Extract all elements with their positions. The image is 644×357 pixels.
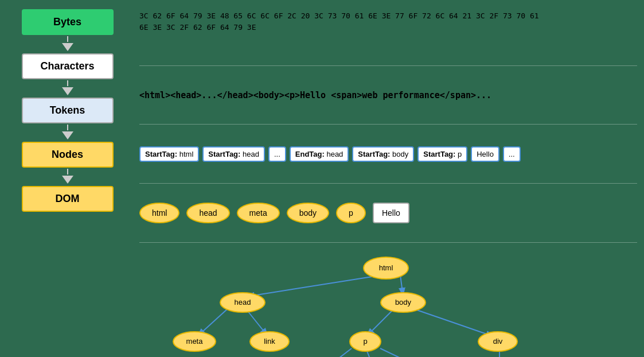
node-p: p — [336, 203, 366, 223]
dom-node-link: link — [249, 331, 290, 352]
dom-node-body: body — [380, 292, 426, 313]
token-startTag-head: StartTag: head — [202, 146, 265, 162]
token-endTag-head: EndTag: head — [290, 146, 349, 162]
node-meta: meta — [237, 203, 280, 223]
token-ellipsis-2: ... — [503, 146, 521, 162]
dom-node-div: div — [478, 331, 518, 352]
dom-tree: html head body meta link p div Hello, sp… — [139, 246, 637, 349]
token-startTag-p: StartTag: p — [417, 146, 467, 162]
dom-node-meta: meta — [173, 331, 216, 352]
characters-text: <html><head>...</head><body><p>Hello <sp… — [139, 90, 491, 100]
svg-line-1 — [245, 275, 383, 297]
dom-node-head: head — [220, 292, 266, 313]
arrow-nodes-dom — [62, 169, 73, 185]
dom-node-p: p — [349, 331, 381, 352]
tokens-list: StartTag: html StartTag: head ... EndTag… — [139, 146, 521, 162]
bytes-text: 3C 62 6F 64 79 3E 48 65 6C 6C 6F 2C 20 3… — [139, 10, 539, 33]
node-body: body — [287, 203, 329, 223]
node-html: html — [139, 203, 179, 223]
nodes-box: Nodes — [22, 142, 114, 168]
arrow-chars-tokens — [62, 80, 73, 96]
svg-line-9 — [380, 348, 440, 357]
nodes-list: html head meta body p Hello — [139, 203, 409, 223]
svg-line-7 — [314, 348, 352, 357]
tokens-row-container: StartTag: html StartTag: head ... EndTag… — [139, 125, 637, 184]
dom-box: DOM — [22, 186, 114, 212]
tokens-box: Tokens — [22, 98, 114, 123]
bytes-row: 3C 62 6F 64 79 3E 48 65 6C 6C 6F 2C 20 3… — [139, 5, 637, 66]
arrow-bytes-chars — [62, 36, 73, 52]
token-text-hello: Hello — [471, 146, 499, 162]
dom-node-html: html — [363, 257, 409, 280]
bytes-box: Bytes — [22, 9, 114, 35]
token-startTag-body: StartTag: body — [352, 146, 414, 162]
nodes-row-container: html head meta body p Hello — [139, 184, 637, 243]
node-head: head — [186, 203, 229, 223]
token-startTag-html: StartTag: html — [139, 146, 199, 162]
svg-line-6 — [412, 308, 495, 337]
token-ellipsis-1: ... — [268, 146, 286, 162]
node-hello: Hello — [373, 203, 409, 223]
arrow-tokens-nodes — [62, 125, 73, 141]
characters-box: Characters — [22, 53, 114, 79]
dom-row: html head body meta link p div Hello, sp… — [139, 243, 637, 352]
characters-row: <html><head>...</head><body><p>Hello <sp… — [139, 66, 637, 125]
